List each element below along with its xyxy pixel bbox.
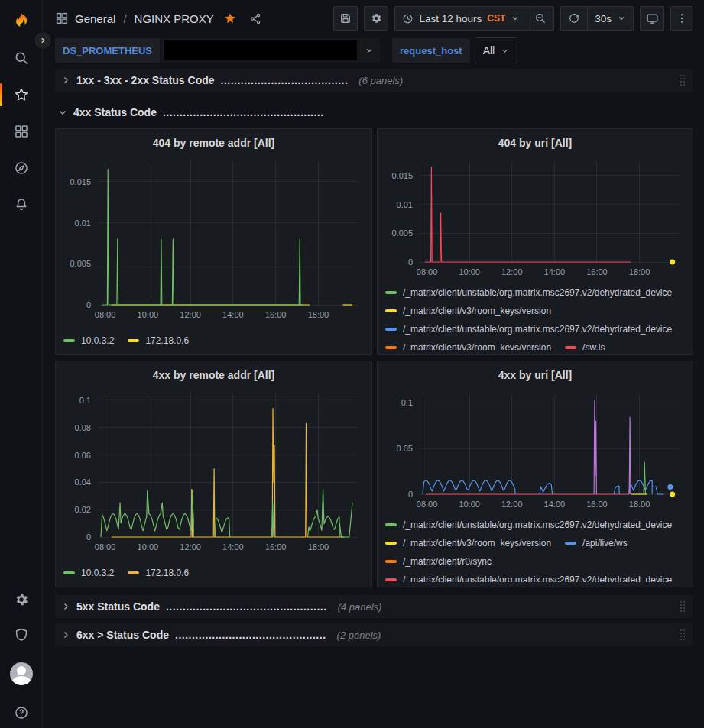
- dashboard-apps-icon[interactable]: [55, 11, 69, 25]
- row-5xx-status-code[interactable]: 5xx Status Code ........................…: [55, 595, 693, 618]
- legend-label: /_matrix/client/unstable/org.matrix.msc2…: [403, 519, 672, 530]
- legend-item[interactable]: 172.18.0.6: [128, 332, 189, 350]
- legend-swatch: [63, 339, 75, 342]
- legend-label: 10.0.3.2: [81, 335, 114, 346]
- panel-title[interactable]: 404 by uri [All]: [384, 132, 686, 154]
- legend-label: /_matrix/client/v3/room_keys/version: [403, 306, 551, 316]
- svg-text:0.005: 0.005: [391, 228, 413, 238]
- row-1xx-3xx-2xx-status-code[interactable]: 1xx - 3xx - 2xx Status Code ............…: [55, 69, 693, 92]
- chevron-down-icon: [365, 46, 374, 55]
- more-options-button[interactable]: [670, 6, 693, 31]
- breadcrumb-separator: /: [123, 12, 126, 25]
- row-6xx-status-code[interactable]: 6xx > Status Code ......................…: [55, 623, 693, 646]
- legend-label: /_matrix/client/r0/sync: [403, 556, 492, 567]
- monitor-icon: [646, 12, 659, 25]
- dashboard-settings-button[interactable]: [364, 6, 388, 31]
- share-dashboard-button[interactable]: [249, 12, 262, 25]
- svg-text:0.05: 0.05: [397, 444, 413, 453]
- time-series-chart[interactable]: 08:0010:0012:0014:0016:0018:0000.0050.01…: [62, 154, 365, 323]
- chevron-right-icon: [61, 76, 70, 85]
- svg-text:0.04: 0.04: [75, 477, 91, 487]
- variable-value-request-host[interactable]: All: [475, 37, 518, 63]
- row-title-dots: ........................................…: [166, 600, 327, 613]
- gear-icon: [370, 12, 382, 24]
- legend-item[interactable]: /sw.js: [565, 338, 605, 350]
- user-avatar[interactable]: [10, 662, 33, 685]
- legend-item[interactable]: 10.0.3.2: [63, 564, 114, 582]
- legend-item[interactable]: /api/live/ws: [565, 534, 628, 552]
- svg-text:08:00: 08:00: [95, 310, 116, 319]
- legend-swatch: [385, 346, 397, 349]
- legend-swatch: [565, 346, 576, 349]
- sidebar-item-dashboards[interactable]: [0, 113, 42, 150]
- svg-text:14:00: 14:00: [222, 542, 244, 552]
- panel-title[interactable]: 4xx by uri [All]: [384, 364, 686, 386]
- chevron-down-icon: [511, 14, 520, 23]
- avatar-head: [17, 666, 26, 675]
- star-filled-icon: [223, 11, 237, 25]
- apps-grid-icon: [55, 11, 69, 25]
- sidebar-item-help[interactable]: [14, 705, 29, 720]
- legend-swatch: [385, 523, 397, 526]
- time-range-picker[interactable]: Last 12 hours CST: [395, 7, 527, 30]
- panel-4xx-by-remote-addr: 4xx by remote addr [All] 08:0010:0012:00…: [55, 361, 372, 587]
- dashboard-canvas: 1xx - 3xx - 2xx Status Code ............…: [43, 64, 704, 728]
- row-drag-handle[interactable]: [679, 629, 686, 641]
- legend-item[interactable]: /_matrix/client/v3/room_keys/version: [385, 534, 551, 552]
- sidebar-item-explore[interactable]: [0, 150, 42, 186]
- panel-title[interactable]: 404 by remote addr [All]: [62, 132, 365, 154]
- row-drag-handle[interactable]: [679, 600, 686, 613]
- breadcrumb-folder[interactable]: General: [75, 12, 115, 25]
- save-dashboard-button[interactable]: [333, 6, 358, 31]
- legend-item[interactable]: /_matrix/client/unstable/org.matrix.msc2…: [385, 516, 672, 534]
- legend-item[interactable]: /_matrix/client/r0/sync: [385, 552, 492, 571]
- row-drag-handle[interactable]: [679, 74, 686, 86]
- time-series-chart[interactable]: 08:0010:0012:0014:0016:0018:0000.0050.01…: [384, 154, 686, 280]
- svg-text:0.015: 0.015: [70, 177, 91, 186]
- breadcrumb-dashboard-title[interactable]: NGINX PROXY: [135, 12, 214, 25]
- shield-icon: [14, 627, 29, 642]
- time-series-chart[interactable]: 08:0010:0012:0014:0016:0018:0000.050.1: [384, 386, 686, 513]
- favorite-star-button[interactable]: [223, 11, 237, 25]
- panel-title[interactable]: 4xx by remote addr [All]: [62, 364, 365, 386]
- sidebar-bottom-group: [10, 592, 33, 720]
- sidebar-item-server-admin[interactable]: [14, 627, 29, 642]
- variable-selected-value: All: [483, 44, 495, 57]
- row-title: 4xx Status Code: [73, 106, 157, 118]
- svg-text:0.01: 0.01: [397, 200, 413, 209]
- row-4xx-status-code[interactable]: 4xx Status Code ........................…: [55, 102, 693, 122]
- svg-text:18:00: 18:00: [308, 542, 329, 552]
- save-floppy-icon: [339, 12, 352, 24]
- zoom-out-time-button[interactable]: [527, 7, 553, 30]
- svg-text:14:00: 14:00: [544, 267, 566, 277]
- dashboard-variables-row: DS_PROMETHEUS request_host All: [43, 37, 704, 64]
- panel-legend: /_matrix/client/unstable/org.matrix.msc2…: [384, 516, 686, 582]
- svg-text:0.1: 0.1: [401, 398, 413, 407]
- refresh-interval-dropdown[interactable]: 30s: [587, 7, 633, 30]
- gear-icon: [14, 592, 29, 607]
- chevron-right-icon: [39, 37, 47, 44]
- panel-404-by-uri: 404 by uri [All] 08:0010:0012:0014:0016:…: [377, 128, 693, 355]
- refresh-dashboard-button[interactable]: [561, 7, 587, 30]
- svg-text:16:00: 16:00: [265, 310, 287, 319]
- legend-item[interactable]: /_matrix/client/v3/room_keys/version: [385, 302, 551, 320]
- row-panel-count: (2 panels): [337, 629, 381, 641]
- svg-text:0.02: 0.02: [75, 505, 91, 514]
- sidebar-item-alerting[interactable]: [0, 186, 42, 223]
- legend-item[interactable]: /_matrix/client/unstable/org.matrix.msc2…: [385, 283, 672, 302]
- sidebar-expand-button[interactable]: [34, 31, 52, 50]
- svg-text:18:00: 18:00: [629, 267, 650, 277]
- tv-mode-button[interactable]: [640, 6, 664, 31]
- legend-item[interactable]: /_matrix/client/unstable/org.matrix.msc2…: [385, 571, 672, 582]
- time-series-chart[interactable]: 08:0010:0012:0014:0016:0018:0000.020.040…: [62, 386, 365, 555]
- sidebar-item-configuration[interactable]: [14, 592, 29, 607]
- grip-dots-icon: [679, 74, 686, 86]
- svg-text:08:00: 08:00: [417, 267, 438, 277]
- sidebar-item-starred[interactable]: [0, 76, 42, 113]
- legend-item[interactable]: 172.18.0.6: [128, 564, 189, 582]
- legend-item[interactable]: /_matrix/client/unstable/org.matrix.msc2…: [385, 320, 672, 338]
- legend-item[interactable]: /_matrix/client/v3/room_keys/version: [385, 338, 551, 350]
- variable-value-ds-prometheus[interactable]: [161, 38, 380, 63]
- chevron-right-icon: [61, 602, 70, 611]
- legend-item[interactable]: 10.0.3.2: [63, 332, 114, 350]
